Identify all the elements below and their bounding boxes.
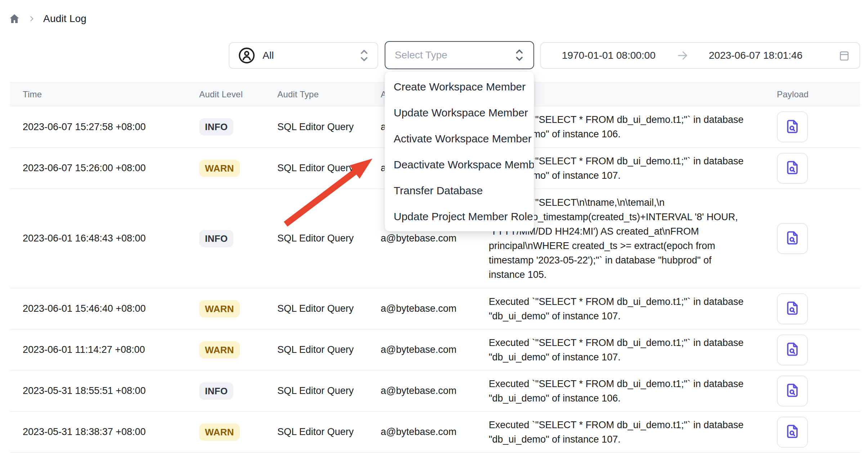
audit-level-badge: WARN	[199, 341, 240, 359]
cell-comment: Executed `"SELECT * FROM db_ui_demo.t1;"…	[489, 336, 766, 364]
cell-actor: a@bytebase.com	[381, 426, 489, 438]
file-search-icon	[784, 300, 800, 318]
cell-actor: a@bytebase.com	[381, 303, 489, 314]
audit-level-badge: WARN	[199, 423, 240, 441]
chevron-up-down-icon	[359, 49, 369, 62]
cell-audit-type: SQL Editor Query	[277, 385, 381, 396]
home-icon[interactable]	[9, 13, 20, 25]
cell-time: 2023-05-31 18:55:51 +08:00	[10, 385, 199, 396]
audit-level-badge: WARN	[199, 300, 240, 318]
cell-comment: Executed `"SELECT * FROM db_ui_demo.t1;"…	[489, 418, 766, 447]
cell-comment: Executed `"SELECT * FROM db_ui_demo.t1;"…	[489, 294, 766, 323]
table-row: 2023-06-01 15:46:40 +08:00 WARN SQL Edit…	[10, 288, 860, 329]
audit-level-badge: INFO	[199, 382, 233, 400]
audit-level-badge: WARN	[199, 160, 240, 177]
cell-time: 2023-05-31 18:38:37 +08:00	[10, 426, 199, 438]
chevron-up-down-icon	[515, 48, 524, 62]
type-dropdown-menu: Create Workspace Member Update Workspace…	[385, 71, 534, 231]
cell-audit-type: SQL Editor Query	[277, 426, 381, 438]
column-header-time: Time	[10, 89, 199, 99]
dropdown-option-create-workspace-member[interactable]: Create Workspace Member	[385, 74, 534, 100]
file-search-icon	[784, 118, 800, 136]
cell-time: 2023-06-01 11:14:27 +08:00	[10, 344, 199, 355]
audit-level-badge: INFO	[199, 230, 233, 247]
cell-actor: a@bytebase.com	[381, 233, 489, 244]
type-filter-placeholder: Select Type	[395, 49, 447, 61]
cell-actor: a@bytebase.com	[381, 385, 489, 396]
view-payload-button[interactable]	[777, 417, 808, 448]
arrow-right-icon	[676, 49, 689, 62]
cell-audit-type: SQL Editor Query	[277, 344, 381, 355]
table-row: 2023-05-31 18:55:51 +08:00 INFO SQL Edit…	[10, 371, 860, 412]
view-payload-button[interactable]	[777, 223, 808, 254]
cell-audit-type: SQL Editor Query	[277, 233, 381, 244]
cell-time: 2023-06-07 15:26:00 +08:00	[10, 163, 199, 174]
type-filter-select[interactable]: Select Type	[385, 41, 534, 69]
date-range-picker[interactable]: 1970-01-01 08:00:00 2023-06-07 18:01:46	[540, 42, 860, 69]
view-payload-button[interactable]	[777, 153, 808, 184]
cell-audit-type: SQL Editor Query	[277, 163, 381, 174]
dropdown-option-transfer-database[interactable]: Transfer Database	[385, 178, 534, 204]
dropdown-option-activate-workspace-member[interactable]: Activate Workspace Member	[385, 126, 534, 152]
dropdown-option-update-workspace-member[interactable]: Update Workspace Member	[385, 100, 534, 126]
page-title: Audit Log	[43, 13, 86, 25]
person-circle-icon	[238, 47, 255, 64]
view-payload-button[interactable]	[777, 334, 808, 365]
cell-time: 2023-06-01 15:46:40 +08:00	[10, 303, 199, 314]
view-payload-button[interactable]	[777, 376, 808, 407]
column-header-payload: Payload	[766, 89, 860, 99]
cell-comment: Executed `"SELECT * FROM db_ui_demo.t1;"…	[489, 377, 766, 405]
file-search-icon	[784, 229, 800, 248]
column-header-level: Audit Level	[199, 89, 277, 99]
table-row: 2023-05-31 18:38:37 +08:00 WARN SQL Edit…	[10, 412, 860, 453]
file-search-icon	[784, 159, 800, 177]
dropdown-option-update-project-member-role[interactable]: Update Project Member Role	[385, 204, 534, 230]
cell-actor: a@bytebase.com	[381, 344, 489, 355]
calendar-icon	[838, 50, 850, 61]
actor-filter-select[interactable]: All	[229, 42, 378, 69]
date-range-start[interactable]: 1970-01-01 08:00:00	[562, 50, 656, 61]
chevron-right-icon	[28, 15, 35, 22]
cell-audit-type: SQL Editor Query	[277, 121, 381, 133]
view-payload-button[interactable]	[777, 111, 808, 142]
audit-level-badge: INFO	[199, 118, 233, 136]
view-payload-button[interactable]	[777, 293, 808, 324]
column-header-type: Audit Type	[277, 89, 381, 99]
breadcrumb: Audit Log	[9, 13, 86, 25]
cell-time: 2023-06-01 16:48:43 +08:00	[10, 233, 199, 244]
table-row: 2023-06-01 11:14:27 +08:00 WARN SQL Edit…	[10, 329, 860, 371]
cell-audit-type: SQL Editor Query	[277, 303, 381, 314]
file-search-icon	[784, 382, 800, 400]
file-search-icon	[784, 423, 800, 441]
cell-time: 2023-06-07 15:27:58 +08:00	[10, 121, 199, 133]
actor-filter-value: All	[263, 50, 274, 61]
dropdown-option-deactivate-workspace-member[interactable]: Deactivate Workspace Member	[385, 152, 534, 178]
date-range-end[interactable]: 2023-06-07 18:01:46	[709, 50, 802, 61]
file-search-icon	[784, 341, 800, 359]
